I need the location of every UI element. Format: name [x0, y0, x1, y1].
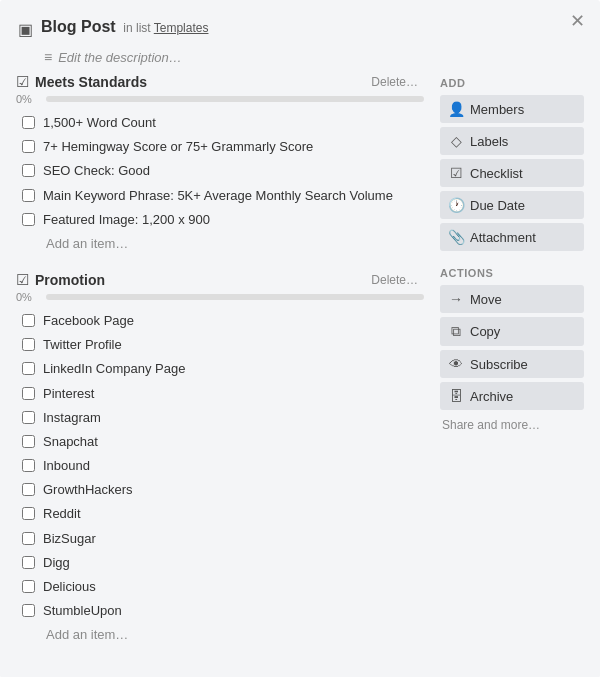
checkbox-item-2[interactable]: [22, 140, 35, 153]
card-title: Blog Post: [41, 18, 116, 35]
checkbox-promo-13[interactable]: [22, 604, 35, 617]
checkbox-promo-12[interactable]: [22, 580, 35, 593]
checkbox-item-3[interactable]: [22, 164, 35, 177]
item-label: Featured Image: 1,200 x 900: [43, 211, 210, 229]
list-item: 7+ Hemingway Score or 75+ Grammarly Scor…: [20, 135, 424, 159]
progress-percent-1: 0%: [16, 93, 40, 105]
checkbox-item-5[interactable]: [22, 213, 35, 226]
actions-section-title: Actions: [440, 267, 584, 279]
subscribe-button[interactable]: 👁 Subscribe: [440, 350, 584, 378]
due-date-icon: 🕐: [448, 197, 464, 213]
item-label: Delicious: [43, 578, 96, 596]
move-button[interactable]: → Move: [440, 285, 584, 313]
attachment-icon: 📎: [448, 229, 464, 245]
checkbox-promo-8[interactable]: [22, 483, 35, 496]
checkbox-promo-6[interactable]: [22, 435, 35, 448]
list-link[interactable]: Templates: [154, 21, 209, 35]
checklist-promotion-header: ☑ Promotion Delete…: [16, 271, 424, 289]
checklist-icon: ☑: [448, 165, 464, 181]
move-icon: →: [448, 291, 464, 307]
item-label: Instagram: [43, 409, 101, 427]
checkbox-item-1[interactable]: [22, 116, 35, 129]
card-sidebar: Add 👤 Members ◇ Labels ☑ Checklist 🕐 Due…: [432, 73, 592, 662]
list-item: Featured Image: 1,200 x 900: [20, 208, 424, 232]
checklist-icon: ☑: [16, 73, 29, 91]
list-item: Reddit: [20, 502, 424, 526]
share-more-link[interactable]: Share and more…: [440, 414, 584, 436]
item-label: Inbound: [43, 457, 90, 475]
checklist-promotion-icon: ☑: [16, 271, 29, 289]
delete-promotion-button[interactable]: Delete…: [365, 271, 424, 289]
item-label: Digg: [43, 554, 70, 572]
checkbox-promo-11[interactable]: [22, 556, 35, 569]
move-label: Move: [470, 292, 502, 307]
item-label: Pinterest: [43, 385, 94, 403]
card-header: ▣ Blog Post in list Templates: [8, 10, 592, 43]
copy-label: Copy: [470, 324, 500, 339]
progress-area-1: 0%: [16, 93, 424, 105]
list-item: Twitter Profile: [20, 333, 424, 357]
checkbox-promo-2[interactable]: [22, 338, 35, 351]
list-item: Inbound: [20, 454, 424, 478]
description-icon: ≡: [44, 49, 52, 65]
checklist-items-2: Facebook Page Twitter Profile LinkedIn C…: [16, 309, 424, 623]
edit-description-link[interactable]: Edit the description…: [58, 50, 182, 65]
item-label: SEO Check: Good: [43, 162, 150, 180]
members-label: Members: [470, 102, 524, 117]
checklist-promotion-title: Promotion: [35, 272, 105, 288]
add-section-title: Add: [440, 77, 584, 89]
item-label: 1,500+ Word Count: [43, 114, 156, 132]
checklist-items-1: 1,500+ Word Count 7+ Hemingway Score or …: [16, 111, 424, 232]
checkbox-promo-9[interactable]: [22, 507, 35, 520]
card-in-list: in list Templates: [123, 21, 208, 35]
checkbox-promo-4[interactable]: [22, 387, 35, 400]
list-item: LinkedIn Company Page: [20, 357, 424, 381]
archive-label: Archive: [470, 389, 513, 404]
labels-icon: ◇: [448, 133, 464, 149]
checkbox-promo-10[interactable]: [22, 532, 35, 545]
members-button[interactable]: 👤 Members: [440, 95, 584, 123]
due-date-button[interactable]: 🕐 Due Date: [440, 191, 584, 219]
close-button[interactable]: ✕: [565, 10, 590, 32]
item-label: Facebook Page: [43, 312, 134, 330]
checklist-meets-standards-header: ☑ Meets Standards Delete…: [16, 73, 424, 91]
checklist-label: Checklist: [470, 166, 523, 181]
item-label: StumbleUpon: [43, 602, 122, 620]
checklist-button[interactable]: ☑ Checklist: [440, 159, 584, 187]
checkbox-item-4[interactable]: [22, 189, 35, 202]
attachment-label: Attachment: [470, 230, 536, 245]
copy-button[interactable]: ⧉ Copy: [440, 317, 584, 346]
item-label: GrowthHackers: [43, 481, 133, 499]
checklist-promotion-title-area: ☑ Promotion: [16, 271, 105, 289]
progress-bar-bg-1: [46, 96, 424, 102]
attachment-button[interactable]: 📎 Attachment: [440, 223, 584, 251]
due-date-label: Due Date: [470, 198, 525, 213]
item-label: LinkedIn Company Page: [43, 360, 185, 378]
list-item: Digg: [20, 551, 424, 575]
checkbox-promo-3[interactable]: [22, 362, 35, 375]
list-item: BizSugar: [20, 527, 424, 551]
list-item: Snapchat: [20, 430, 424, 454]
subscribe-icon: 👁: [448, 356, 464, 372]
item-label: Reddit: [43, 505, 81, 523]
delete-meets-standards-button[interactable]: Delete…: [365, 73, 424, 91]
list-item: Instagram: [20, 406, 424, 430]
item-label: 7+ Hemingway Score or 75+ Grammarly Scor…: [43, 138, 313, 156]
add-item-button-1[interactable]: Add an item…: [40, 232, 134, 255]
labels-button[interactable]: ◇ Labels: [440, 127, 584, 155]
card-title-icon: ▣: [18, 20, 33, 39]
checkbox-promo-1[interactable]: [22, 314, 35, 327]
subscribe-label: Subscribe: [470, 357, 528, 372]
archive-button[interactable]: 🗄 Archive: [440, 382, 584, 410]
checkbox-promo-7[interactable]: [22, 459, 35, 472]
card-main: ☑ Meets Standards Delete… 0% 1,500+ Word…: [8, 73, 432, 662]
members-icon: 👤: [448, 101, 464, 117]
list-item: GrowthHackers: [20, 478, 424, 502]
progress-bar-bg-2: [46, 294, 424, 300]
checkbox-promo-5[interactable]: [22, 411, 35, 424]
copy-icon: ⧉: [448, 323, 464, 340]
list-item: Pinterest: [20, 382, 424, 406]
labels-label: Labels: [470, 134, 508, 149]
checklist-meets-standards: ☑ Meets Standards Delete… 0% 1,500+ Word…: [16, 73, 424, 255]
add-item-button-2[interactable]: Add an item…: [40, 623, 134, 646]
